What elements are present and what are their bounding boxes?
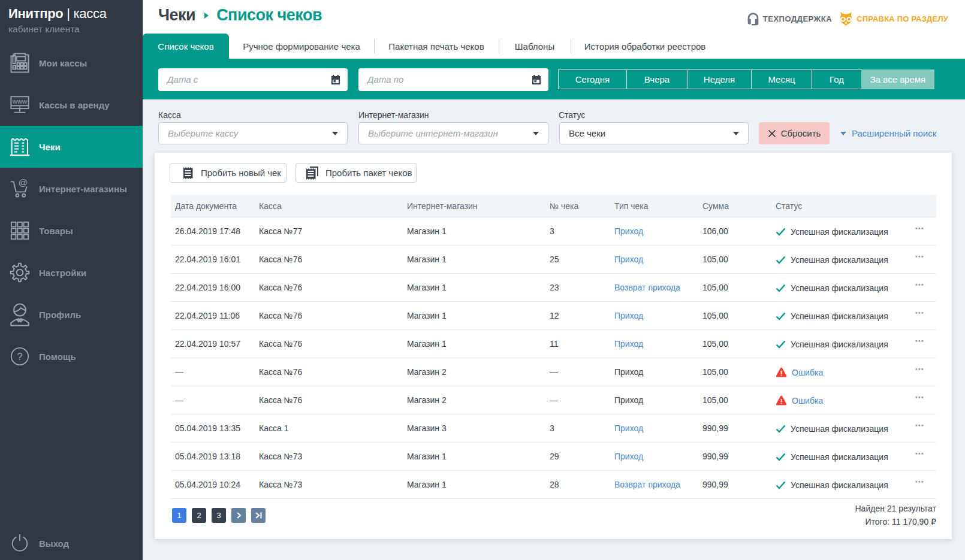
svg-text:?: ? <box>17 351 23 362</box>
svg-text:@: @ <box>19 177 28 187</box>
svg-text:www: www <box>12 98 28 105</box>
